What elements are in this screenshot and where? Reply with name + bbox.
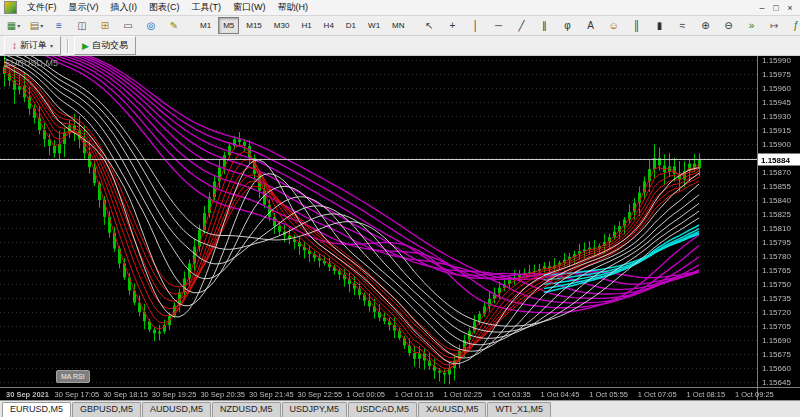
timeframe-h1[interactable]: H1 xyxy=(296,17,316,34)
indicators-icon[interactable]: ƒ▾ xyxy=(788,17,800,35)
menu-window[interactable]: 窗口(W) xyxy=(227,0,272,15)
chart-shift-icon[interactable]: ↦ xyxy=(765,17,786,35)
chart-symbol-label: EURUSD,M5 xyxy=(5,58,58,68)
timeframe-buttons: M1M5M15M30H1H4D1W1MN xyxy=(194,17,411,34)
candlestick-chart-icon[interactable]: ▮ xyxy=(650,17,671,35)
menu-file[interactable]: 文件(F) xyxy=(21,0,63,15)
new-order-icon: ↕ xyxy=(12,40,17,51)
bar-chart-icon[interactable]: ║ xyxy=(627,17,648,35)
timeframe-m30[interactable]: M30 xyxy=(269,17,295,34)
tab-nzdusd-m5[interactable]: NZDUSD,M5 xyxy=(212,402,281,417)
menu-help[interactable]: 帮助(H) xyxy=(272,0,315,15)
strategy-tester-icon[interactable]: ◎ xyxy=(141,17,162,35)
autotrading-play-icon: ▶ xyxy=(82,41,89,51)
tab-xauusd-m5[interactable]: XAUUSD,M5 xyxy=(418,402,487,417)
new-order-label: 新订单 xyxy=(20,39,47,52)
toolbar-row-2: ↕ 新订单 ▾ ▶ 自动交易 xyxy=(0,36,800,56)
fibonacci-icon[interactable]: φ xyxy=(558,17,579,35)
minimize-button[interactable]: – xyxy=(755,1,769,15)
crosshair-icon[interactable]: + xyxy=(443,17,464,35)
ma-rsi-button[interactable]: MA RSI xyxy=(56,370,90,383)
cursor-icon[interactable]: ↖ xyxy=(420,17,441,35)
line-chart-icon[interactable]: ≈ xyxy=(673,17,694,35)
restore-button[interactable]: □ xyxy=(769,1,783,15)
standard-icons: ▦▾ ▤▾ ≡ ◫ ⊞ ▭ ◎ ✎ xyxy=(2,17,186,35)
window-controls: –□× xyxy=(755,1,797,15)
menu-view[interactable]: 显示(V) xyxy=(63,0,105,15)
timeframe-m15[interactable]: M15 xyxy=(241,17,267,34)
zoom-in-icon[interactable]: ⊕ xyxy=(696,17,717,35)
trendline-icon[interactable]: ╱ xyxy=(512,17,533,35)
chart-area: EURUSD,M5 MA RSI xyxy=(0,56,800,400)
menu-tools[interactable]: 工具(T) xyxy=(186,0,228,15)
metaeditor-icon[interactable]: ✎ xyxy=(164,17,185,35)
line-study-and-chart-icons: ↖ + │ ─ ╱ ∥ φ A ☺ ║ ▮ ≈ xyxy=(419,17,800,35)
timeframe-m5[interactable]: M5 xyxy=(218,17,239,34)
toolbar-row-1: ▦▾ ▤▾ ≡ ◫ ⊞ ▭ ◎ ✎ M1M5M15M30H1H4D1W1MN ↖ xyxy=(0,16,800,36)
timeframe-d1[interactable]: D1 xyxy=(341,17,361,34)
tab-eurusd-m5[interactable]: EURUSD,M5 xyxy=(2,402,71,417)
channel-icon[interactable]: ∥ xyxy=(535,17,556,35)
tab-usdjpy-m5[interactable]: USDJPY,M5 xyxy=(282,402,347,417)
arrows-icon[interactable]: ☺ xyxy=(604,17,625,35)
close-button[interactable]: × xyxy=(783,1,797,15)
chevron-down-icon: ▾ xyxy=(50,42,53,49)
chart-canvas[interactable] xyxy=(0,56,800,400)
tab-audusd-m5[interactable]: AUDUSD,M5 xyxy=(142,402,211,417)
menu-items: 文件(F)显示(V)插入(I)图表(C)工具(T)窗口(W)帮助(H) xyxy=(21,0,314,15)
autotrading-label: 自动交易 xyxy=(92,39,128,52)
tab-gbpusd-m5[interactable]: GBPUSD,M5 xyxy=(72,402,141,417)
timeframe-w1[interactable]: W1 xyxy=(363,17,385,34)
tab-usdcad-m5[interactable]: USDCAD,M5 xyxy=(348,402,417,417)
app-icon xyxy=(4,1,17,14)
zoom-out-icon[interactable]: ⊖ xyxy=(719,17,740,35)
profiles-icon[interactable]: ▤▾ xyxy=(26,17,47,35)
new-order-button[interactable]: ↕ 新订单 ▾ xyxy=(4,36,61,55)
market-watch-icon[interactable]: ≡ xyxy=(49,17,70,35)
tab-wti-x1-m5[interactable]: WTI_X1,M5 xyxy=(487,402,551,417)
timeframe-h4[interactable]: H4 xyxy=(319,17,339,34)
menu-insert[interactable]: 插入(I) xyxy=(105,0,144,15)
auto-scroll-icon[interactable]: » xyxy=(742,17,763,35)
horizontal-line-icon[interactable]: ─ xyxy=(489,17,510,35)
data-window-icon[interactable]: ◫ xyxy=(72,17,93,35)
toolbar-separator xyxy=(67,39,68,53)
symbol-tabs-bar: EURUSD,M5GBPUSD,M5AUDUSD,M5NZDUSD,M5USDJ… xyxy=(0,400,800,417)
text-label-icon[interactable]: A xyxy=(581,17,602,35)
timeframe-mn[interactable]: MN xyxy=(387,17,409,34)
new-chart-icon[interactable]: ▦▾ xyxy=(3,17,24,35)
autotrading-button[interactable]: ▶ 自动交易 xyxy=(74,36,136,55)
menu-charts[interactable]: 图表(C) xyxy=(143,0,186,15)
vertical-line-icon[interactable]: │ xyxy=(466,17,487,35)
timeframe-m1[interactable]: M1 xyxy=(195,17,216,34)
navigator-icon[interactable]: ⊞ xyxy=(95,17,116,35)
menu-bar: 文件(F)显示(V)插入(I)图表(C)工具(T)窗口(W)帮助(H) –□× xyxy=(0,0,800,16)
terminal-icon[interactable]: ▭ xyxy=(118,17,139,35)
